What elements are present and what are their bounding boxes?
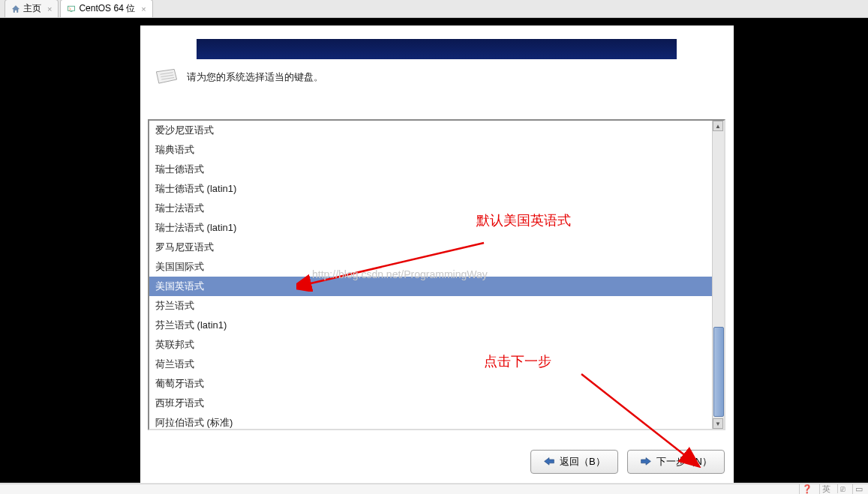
back-button-label: 返回（B） <box>560 455 605 469</box>
status-icon: ⎚ <box>837 484 848 493</box>
header-text: 请为您的系统选择适当的键盘。 <box>187 70 323 84</box>
scroll-thumb[interactable] <box>713 327 724 417</box>
installer-window: 请为您的系统选择适当的键盘。 爱沙尼亚语式瑞典语式瑞士德语式瑞士德语式 (lat… <box>140 25 734 483</box>
close-icon[interactable]: × <box>47 4 52 13</box>
list-item[interactable]: 瑞士法语式 <box>149 199 712 218</box>
arrow-left-icon <box>543 457 555 467</box>
list-item[interactable]: 罗马尼亚语式 <box>149 238 712 257</box>
status-right: ❓ 英 ⎚ ▭ <box>799 484 865 494</box>
list-item[interactable]: 爱沙尼亚语式 <box>149 121 712 140</box>
list-item[interactable]: 葡萄牙语式 <box>149 374 712 394</box>
list-item[interactable]: 英联邦式 <box>149 335 712 355</box>
back-button[interactable]: 返回（B） <box>530 450 618 474</box>
vm-viewport: 请为您的系统选择适当的键盘。 爱沙尼亚语式瑞典语式瑞士德语式瑞士德语式 (lat… <box>0 18 868 483</box>
keyboard-icon <box>154 67 179 88</box>
list-item[interactable]: 瑞士法语式 (latin1) <box>149 218 712 238</box>
list-item[interactable]: 瑞典语式 <box>149 140 712 160</box>
tab-vm-label: CentOS 64 位 <box>79 2 135 15</box>
status-bar <box>0 484 868 494</box>
scrollbar[interactable]: ▲ ▼ <box>712 121 724 429</box>
status-lang: 英 <box>819 484 833 495</box>
keyboard-listbox: 爱沙尼亚语式瑞典语式瑞士德语式瑞士德语式 (latin1)瑞士法语式瑞士法语式 … <box>148 119 725 430</box>
scroll-down-button[interactable]: ▼ <box>713 418 723 429</box>
list-item[interactable]: 芬兰语式 (latin1) <box>149 316 712 335</box>
arrow-right-icon <box>640 457 652 467</box>
tab-bar: 主页 × CentOS 64 位 × <box>0 0 868 18</box>
listbox-items[interactable]: 爱沙尼亚语式瑞典语式瑞士德语式瑞士德语式 (latin1)瑞士法语式瑞士法语式 … <box>149 121 712 429</box>
monitor-icon <box>67 4 76 13</box>
svg-rect-1 <box>71 11 73 12</box>
installer-banner <box>197 39 677 59</box>
list-item[interactable]: 瑞士德语式 (latin1) <box>149 179 712 199</box>
list-item[interactable]: 美国英语式 <box>149 277 712 296</box>
button-row: 返回（B） 下一步（N） <box>530 450 725 474</box>
header-section: 请为您的系统选择适当的键盘。 <box>154 67 323 88</box>
svg-rect-0 <box>68 6 75 10</box>
tab-vm[interactable]: CentOS 64 位 × <box>60 0 152 17</box>
list-item[interactable]: 西班牙语式 <box>149 394 712 413</box>
list-item[interactable]: 荷兰语式 <box>149 355 712 374</box>
next-button[interactable]: 下一步（N） <box>627 450 725 474</box>
tab-home-label: 主页 <box>23 2 41 15</box>
close-icon[interactable]: × <box>141 4 146 13</box>
list-item[interactable]: 美国国际式 <box>149 257 712 277</box>
list-item[interactable]: 芬兰语式 <box>149 296 712 316</box>
list-item[interactable]: 瑞士德语式 <box>149 160 712 179</box>
home-icon <box>11 4 20 13</box>
scroll-up-button[interactable]: ▲ <box>713 121 723 131</box>
status-icon: ▭ <box>852 484 865 494</box>
list-item[interactable]: 阿拉伯语式 (标准) <box>149 413 712 429</box>
tab-home[interactable]: 主页 × <box>5 0 59 17</box>
next-button-label: 下一步（N） <box>656 455 712 469</box>
